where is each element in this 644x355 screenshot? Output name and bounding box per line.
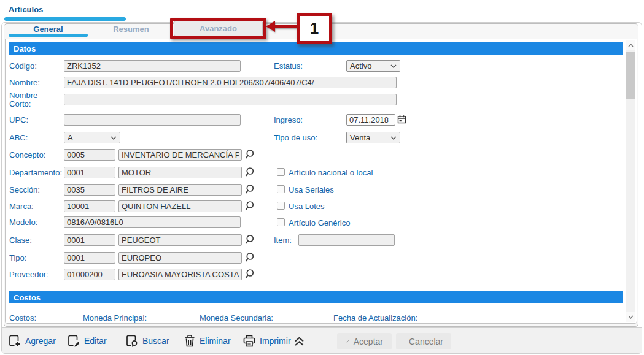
modelo-label: Modelo: bbox=[9, 218, 37, 227]
form-scroll-area: Datos Código: Estatus: Activo Nombre: No… bbox=[5, 39, 637, 324]
checkbox-usa-seriales[interactable] bbox=[277, 185, 285, 193]
item-input[interactable] bbox=[298, 234, 395, 246]
moneda-secundaria-label: Moneda Secundaria: bbox=[200, 313, 273, 323]
eliminar-label: Eliminar bbox=[200, 336, 231, 346]
proveedor-code-input[interactable] bbox=[64, 269, 115, 280]
search-icon[interactable] bbox=[244, 200, 255, 211]
modelo-input[interactable] bbox=[64, 216, 241, 228]
marca-desc-input[interactable] bbox=[118, 200, 242, 212]
fecha-actualizacion-label: Fecha de Actualización: bbox=[333, 313, 417, 323]
concepto-label: Concepto: bbox=[9, 150, 45, 159]
search-icon[interactable] bbox=[244, 167, 255, 177]
scroll-down-button[interactable] bbox=[626, 312, 635, 322]
seccion-code-input[interactable] bbox=[64, 184, 115, 196]
annotation-arrow-icon bbox=[266, 21, 275, 32]
ingreso-label: Ingreso: bbox=[274, 115, 303, 124]
nombre-corto-input[interactable] bbox=[64, 94, 397, 105]
aceptar-button[interactable]: Aceptar bbox=[337, 333, 392, 349]
eliminar-button[interactable]: Eliminar bbox=[184, 328, 231, 354]
nombre-corto-label: Nombre Corto: bbox=[9, 91, 52, 109]
imprimir-label: Imprimir bbox=[260, 336, 291, 346]
articulos-window: Artículos General Resumen Avanzado 1 Dat… bbox=[0, 0, 644, 355]
departamento-label: Departamento: bbox=[9, 168, 62, 177]
concepto-desc-input[interactable] bbox=[118, 149, 242, 161]
tipo-label: Tipo: bbox=[9, 253, 26, 262]
estatus-select[interactable]: Activo bbox=[346, 60, 400, 72]
add-document-icon bbox=[8, 334, 21, 348]
estatus-label: Estatus: bbox=[274, 61, 303, 71]
search-icon[interactable] bbox=[244, 149, 255, 159]
checkbox-articulo-generico-label: Artículo Genérico bbox=[289, 218, 350, 227]
departamento-desc-input[interactable] bbox=[118, 167, 242, 178]
scrollbar-thumb[interactable] bbox=[626, 52, 635, 99]
moneda-principal-label: Moneda Principal: bbox=[83, 313, 147, 323]
tipo-de-uso-label: Tipo de uso: bbox=[274, 133, 317, 142]
chevron-up-icon bbox=[628, 44, 634, 47]
scroll-up-button[interactable] bbox=[626, 40, 635, 50]
seccion-desc-input[interactable] bbox=[118, 184, 242, 196]
annotation-step-number: 1 bbox=[297, 13, 332, 44]
edit-document-icon bbox=[67, 334, 80, 348]
chevron-down-icon bbox=[390, 64, 397, 68]
imprimir-button[interactable]: Imprimir bbox=[242, 328, 291, 354]
costos-label: Costos: bbox=[9, 313, 36, 323]
item-label: Item: bbox=[274, 235, 292, 245]
search-document-icon bbox=[125, 334, 139, 348]
checkbox-usa-lotes[interactable] bbox=[277, 202, 285, 210]
search-icon[interactable] bbox=[244, 184, 255, 194]
section-header-costos: Costos bbox=[9, 291, 623, 303]
checkbox-articulo-nacional-label: Artículo nacional o local bbox=[289, 168, 373, 177]
upc-label: UPC: bbox=[9, 115, 28, 124]
checkbox-usa-lotes-label: Usa Lotes bbox=[289, 202, 325, 211]
window-title-underline bbox=[4, 17, 126, 21]
chevron-down-icon bbox=[628, 315, 634, 319]
agregar-label: Agregar bbox=[25, 336, 56, 346]
tipo-desc-input[interactable] bbox=[118, 252, 242, 264]
buscar-button[interactable]: Buscar bbox=[125, 328, 169, 354]
search-icon[interactable] bbox=[244, 252, 255, 262]
checkbox-articulo-nacional[interactable] bbox=[277, 168, 285, 176]
concepto-code-input[interactable] bbox=[64, 149, 115, 161]
tab-general[interactable]: General bbox=[9, 25, 88, 34]
annotation-highlight-rect bbox=[170, 18, 266, 39]
estatus-value: Activo bbox=[350, 61, 371, 71]
search-icon[interactable] bbox=[244, 234, 255, 245]
section-header-datos: Datos bbox=[9, 42, 623, 55]
cancelar-button[interactable]: Cancelar bbox=[396, 333, 451, 349]
clase-code-input[interactable] bbox=[64, 234, 115, 246]
departamento-code-input[interactable] bbox=[64, 167, 115, 178]
tipo-de-uso-select[interactable]: Venta bbox=[346, 132, 400, 143]
tab-resumen[interactable]: Resumen bbox=[91, 25, 171, 34]
tab-general-underline bbox=[9, 34, 88, 37]
upc-input[interactable] bbox=[64, 114, 241, 126]
aceptar-label: Aceptar bbox=[354, 337, 383, 346]
abc-value: A bbox=[68, 133, 73, 142]
bottom-toolbar: Agregar Editar Buscar Elim bbox=[2, 327, 642, 353]
buscar-label: Buscar bbox=[142, 336, 169, 346]
chevron-down-icon bbox=[111, 136, 117, 140]
agregar-button[interactable]: Agregar bbox=[8, 328, 56, 354]
abc-label: ABC: bbox=[9, 133, 28, 142]
checkbox-articulo-generico[interactable] bbox=[277, 218, 285, 226]
clase-label: Clase: bbox=[9, 235, 32, 245]
checkbox-usa-seriales-label: Usa Seriales bbox=[289, 185, 334, 194]
collapse-toolbar-button[interactable] bbox=[293, 328, 306, 354]
editar-label: Editar bbox=[84, 336, 107, 346]
abc-select[interactable]: A bbox=[64, 132, 120, 143]
marca-code-input[interactable] bbox=[64, 200, 115, 212]
search-icon[interactable] bbox=[244, 269, 255, 279]
cancelar-label: Cancelar bbox=[409, 337, 443, 346]
ingreso-date-input[interactable] bbox=[346, 114, 395, 126]
nombre-input[interactable] bbox=[64, 77, 397, 88]
nombre-label: Nombre: bbox=[9, 78, 40, 87]
clase-desc-input[interactable] bbox=[118, 234, 242, 246]
calendar-icon[interactable] bbox=[397, 115, 406, 124]
vertical-scrollbar[interactable] bbox=[626, 40, 635, 322]
proveedor-desc-input[interactable] bbox=[118, 269, 242, 280]
tipo-code-input[interactable] bbox=[64, 252, 115, 264]
check-icon bbox=[346, 337, 349, 345]
tipo-de-uso-value: Venta bbox=[350, 133, 370, 142]
codigo-input[interactable] bbox=[64, 60, 241, 72]
printer-icon bbox=[242, 334, 256, 348]
editar-button[interactable]: Editar bbox=[67, 328, 107, 354]
